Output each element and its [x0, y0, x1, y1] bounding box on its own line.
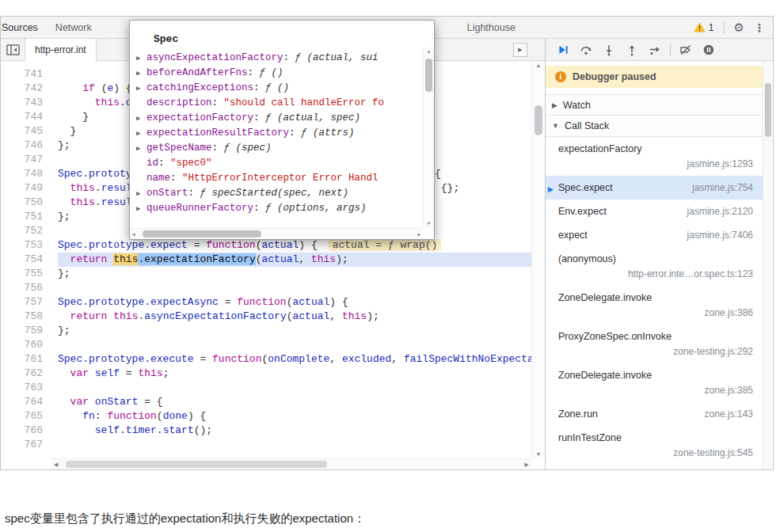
line-number[interactable]: 758: [1, 310, 50, 324]
line-number[interactable]: 767: [1, 438, 50, 452]
tab-sources[interactable]: Sources: [0, 17, 47, 39]
expand-arrow-icon[interactable]: ▶: [136, 82, 146, 96]
expand-arrow-icon[interactable]: ▶: [136, 142, 146, 156]
code-line[interactable]: 761Spec.prototype.execute = function(onC…: [1, 352, 545, 367]
deactivate-breakpoints-button[interactable]: [678, 41, 694, 59]
line-number[interactable]: 743: [1, 96, 50, 110]
line-number[interactable]: 750: [1, 196, 50, 210]
more-tabs-button[interactable]: ▶: [513, 43, 527, 57]
popup-property-row[interactable]: ▶expectationResultFactory: ƒ (attrs): [130, 126, 434, 141]
line-number[interactable]: 762: [1, 367, 50, 381]
editor-horizontal-scrollbar[interactable]: ◀ ▶: [51, 458, 531, 469]
code-line[interactable]: 764 var onStart = {: [1, 395, 545, 409]
code-line[interactable]: 756: [1, 281, 545, 295]
popup-property-row[interactable]: name: "HttpErrorInterceptor Error Handl: [130, 171, 434, 186]
code-line[interactable]: 762 var self = this;: [1, 367, 545, 381]
code-line[interactable]: 766 self.timer.start();: [1, 424, 545, 438]
line-number[interactable]: 741: [1, 67, 50, 82]
popup-property-row[interactable]: id: "spec0": [130, 156, 434, 171]
line-number[interactable]: 749: [1, 181, 50, 196]
scroll-up-icon[interactable]: ▲: [532, 63, 545, 68]
pause-on-exceptions-button[interactable]: [701, 41, 717, 59]
line-number[interactable]: 754: [1, 253, 50, 267]
code-line[interactable]: 758 return this.asyncExpectationFactory(…: [1, 310, 545, 324]
more-menu-icon[interactable]: ⋮: [754, 21, 765, 34]
watch-section-header[interactable]: ▶ Watch: [546, 94, 763, 116]
line-number[interactable]: 752: [1, 224, 50, 238]
step-over-button[interactable]: [578, 41, 594, 59]
code-line[interactable]: 754 return this.expectationFactory(actua…: [1, 253, 545, 267]
popup-property-row[interactable]: ▶queueRunnerFactory: ƒ (options, args): [130, 201, 434, 216]
expand-arrow-icon[interactable]: ▶: [136, 187, 146, 201]
scroll-left-icon[interactable]: ◀: [132, 231, 135, 238]
code-line[interactable]: 753Spec.prototype.expect = function(actu…: [1, 238, 545, 253]
settings-icon[interactable]: ⚙: [734, 21, 744, 35]
line-number[interactable]: 760: [1, 338, 50, 352]
tab-lighthouse[interactable]: Lighthouse: [458, 17, 524, 39]
line-number[interactable]: 764: [1, 395, 50, 409]
popup-property-row[interactable]: ▶expectationFactory: ƒ (actual, spec): [130, 111, 434, 126]
expand-arrow-icon[interactable]: ▶: [136, 127, 146, 141]
scrollbar-thumb[interactable]: [425, 59, 432, 92]
callstack-frame[interactable]: ProxyZoneSpec.onInvokezone-testing.js:29…: [546, 325, 763, 363]
popup-property-row[interactable]: ▶asyncExpectationFactory: ƒ (actual, sui: [130, 51, 434, 66]
resume-button[interactable]: [555, 41, 571, 59]
scrollbar-thumb[interactable]: [765, 83, 771, 137]
scroll-right-icon[interactable]: ▶: [525, 462, 529, 468]
popover-vertical-scrollbar[interactable]: ▲ ▼: [423, 48, 434, 228]
line-number[interactable]: 747: [1, 153, 50, 167]
popup-property-row[interactable]: ▶catchingExceptions: ƒ (): [130, 81, 434, 96]
callstack-frame[interactable]: runInTestZonezone-testing.js:545: [546, 426, 763, 465]
scrollbar-thumb[interactable]: [534, 105, 542, 135]
line-number[interactable]: 766: [1, 424, 50, 438]
scrollbar-thumb[interactable]: [66, 461, 327, 468]
line-number[interactable]: 742: [1, 82, 50, 96]
callstack-frame[interactable]: (anonymous)http-error.inte…or.spec.ts:12…: [546, 247, 763, 286]
line-number[interactable]: 765: [1, 409, 50, 424]
line-number[interactable]: 755: [1, 267, 50, 281]
callstack-frame[interactable]: Zone.runzone.js:143: [546, 402, 763, 426]
line-number[interactable]: 756: [1, 281, 50, 295]
callstack-frame[interactable]: ZoneDelegate.invokezone.js:385: [546, 363, 763, 402]
code-line[interactable]: 760: [1, 338, 545, 352]
line-number[interactable]: 757: [1, 295, 50, 310]
expand-arrow-icon[interactable]: ▶: [136, 66, 146, 81]
callstack-frame[interactable]: Env.expectjasmine.js:2120: [546, 200, 763, 223]
popover-horizontal-scrollbar[interactable]: ◀ ▶: [130, 228, 423, 239]
file-tab[interactable]: http-error.int: [25, 39, 97, 61]
step-button[interactable]: [647, 41, 663, 59]
expand-arrow-icon[interactable]: ▶: [136, 51, 146, 66]
tab-network[interactable]: Network: [47, 17, 101, 39]
step-out-button[interactable]: [624, 41, 640, 59]
expand-arrow-icon[interactable]: ▶: [136, 202, 146, 216]
callstack-frame[interactable]: expectationFactoryjasmine.js:1293: [546, 137, 763, 176]
scroll-down-icon[interactable]: ▼: [532, 451, 545, 457]
expand-arrow-icon[interactable]: ▶: [136, 112, 146, 126]
scroll-down-icon[interactable]: ▼: [424, 221, 434, 226]
callstack-frame[interactable]: ZoneDelegate.invokezone.js:386: [546, 286, 763, 325]
line-number[interactable]: 745: [1, 124, 50, 139]
line-number[interactable]: 748: [1, 167, 50, 181]
code-line[interactable]: 763: [1, 381, 545, 395]
editor-vertical-scrollbar[interactable]: ▲ ▼: [531, 61, 545, 458]
scroll-right-icon[interactable]: ▶: [417, 231, 420, 238]
sidebar-scrollbar[interactable]: [763, 61, 772, 469]
line-number[interactable]: 746: [1, 139, 50, 153]
line-number[interactable]: 763: [1, 381, 50, 395]
popup-property-row[interactable]: description: "should call handleError fo: [130, 96, 434, 111]
line-number[interactable]: 744: [1, 110, 50, 124]
line-number[interactable]: 753: [1, 238, 50, 253]
popup-property-row[interactable]: ▶beforeAndAfterFns: ƒ (): [130, 66, 434, 81]
popup-property-row[interactable]: ▶getSpecName: ƒ (spec): [130, 141, 434, 156]
warning-badge[interactable]: 1: [694, 22, 714, 33]
line-number[interactable]: 759: [1, 324, 50, 338]
step-into-button[interactable]: [601, 41, 617, 59]
code-line[interactable]: 757Spec.prototype.expectAsync = function…: [1, 295, 545, 310]
code-line[interactable]: 767: [1, 438, 545, 452]
callstack-frame[interactable]: expectjasmine.js:7406: [546, 223, 763, 247]
scroll-up-icon[interactable]: ▲: [424, 49, 434, 55]
line-number[interactable]: 751: [1, 210, 50, 224]
scroll-left-icon[interactable]: ◀: [54, 462, 58, 468]
scrollbar-thumb[interactable]: [143, 230, 261, 238]
callstack-section-header[interactable]: ▼ Call Stack: [546, 116, 763, 137]
